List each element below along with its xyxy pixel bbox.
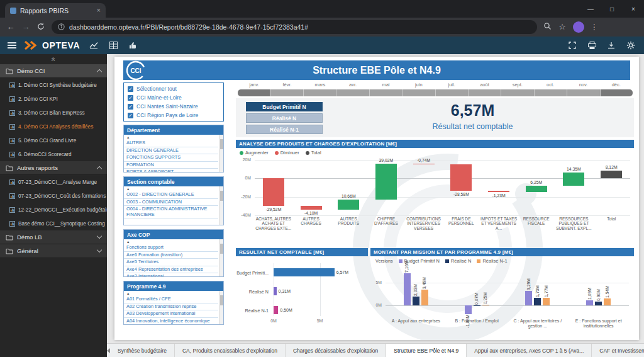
print-icon[interactable] <box>586 40 597 51</box>
slider-segment[interactable] <box>535 89 567 96</box>
waterfall-bar[interactable] <box>413 164 435 164</box>
scrollbar[interactable] <box>219 135 223 172</box>
bar[interactable] <box>604 298 611 305</box>
filter-list-item[interactable]: Axe4 Représentation des entreprises <box>124 266 218 274</box>
sort-caret-icon[interactable]: ▲ <box>124 135 223 140</box>
sidebar-report-item[interactable]: Base démo CCI__Synoptique Costing <box>0 217 107 230</box>
report-page-tab[interactable]: Charges décaissables d'exploitation <box>286 344 386 357</box>
sidebar-folder[interactable]: Démo LB <box>0 230 107 244</box>
back-icon[interactable]: ← <box>6 23 15 31</box>
report-page-tab[interactable]: CA, Produits encaissables d'exploitation <box>175 344 286 357</box>
waterfall-bar[interactable] <box>263 178 284 205</box>
bar[interactable] <box>474 305 480 306</box>
checkbox-checked-icon[interactable]: ✓ <box>128 104 133 110</box>
filter-list-item[interactable]: PORTS & AEROPORT <box>124 169 218 173</box>
scrollbar-thumb[interactable] <box>220 244 223 254</box>
profile-avatar[interactable] <box>573 21 584 33</box>
waterfall-bar[interactable] <box>563 173 584 186</box>
scrollbar[interactable] <box>219 239 223 276</box>
report-page-tab[interactable]: Structure EBE Pôle et N4.9 <box>386 344 467 357</box>
sidebar-collapse-icon[interactable]: « <box>0 54 107 64</box>
scrollbar-thumb[interactable] <box>220 139 223 149</box>
minimize-icon[interactable]: — <box>580 0 601 18</box>
timeline-slider[interactable] <box>238 89 633 96</box>
sort-caret-icon[interactable]: ▲ <box>124 239 223 244</box>
bar[interactable] <box>595 302 602 306</box>
site-info-icon[interactable] <box>58 21 65 33</box>
bar[interactable] <box>274 268 335 276</box>
sidebar-report-item[interactable]: 07-23_DémoCCI_Coût des formations <box>0 189 107 203</box>
scrollbar[interactable] <box>219 291 223 324</box>
download-icon[interactable] <box>606 40 617 51</box>
refresh-icon[interactable] <box>36 23 45 32</box>
bar[interactable] <box>534 298 541 306</box>
slider-segment[interactable] <box>270 89 303 96</box>
report-page-tab[interactable]: Synthèse budgétaire <box>110 344 175 357</box>
slider-segment[interactable] <box>238 89 270 96</box>
slider-segment[interactable] <box>601 89 633 96</box>
scrollbar[interactable] <box>219 186 223 225</box>
sidebar-report-item[interactable]: 5. Démo CCI Grand Livre <box>0 133 107 147</box>
filter-header[interactable]: Section comptable <box>124 177 223 186</box>
search-icon[interactable] <box>543 21 552 33</box>
checkbox-checked-icon[interactable]: ✓ <box>128 113 133 118</box>
settings-gear-icon[interactable] <box>625 40 636 51</box>
bar[interactable] <box>274 287 277 295</box>
url-bar[interactable]: dashboarddemo.opteva.fr/PBI/Report/bd887… <box>52 20 537 34</box>
checkbox-checked-icon[interactable]: ✓ <box>128 86 133 92</box>
waterfall-bar[interactable] <box>450 164 472 191</box>
waterfall-bar[interactable] <box>488 191 509 192</box>
filter-list-item[interactable]: Axe6 Formation (transition) <box>124 252 218 259</box>
slicer-checkbox-row[interactable]: ✓CCI Nantes Saint-Nazaire <box>124 102 223 111</box>
waterfall-bar[interactable] <box>375 164 397 200</box>
legend-item[interactable]: Réalisé N-1 <box>477 258 507 264</box>
bookmark-star-icon[interactable]: ☆ <box>558 23 567 31</box>
filter-list-item[interactable]: Axe3 International <box>124 273 218 277</box>
sidebar-report-item[interactable]: 4. Démo CCI Analyses détaillées <box>0 120 107 133</box>
legend-item[interactable]: Diminuer <box>275 150 299 156</box>
forward-icon[interactable]: → <box>21 23 30 31</box>
bar[interactable] <box>543 298 550 306</box>
filter-list-item[interactable]: O002 - DIRECTION GENERALE <box>124 191 218 199</box>
waterfall-bar[interactable] <box>338 200 359 210</box>
filter-list-item[interactable]: Axe5 Territoires <box>124 259 218 266</box>
bar[interactable] <box>421 290 428 305</box>
slider-segment[interactable] <box>370 89 402 96</box>
slider-segment[interactable] <box>436 89 469 96</box>
sidebar-folder[interactable]: Démo CCI <box>0 64 107 78</box>
filter-list-item[interactable]: O004 - DIRECTION ADMINISTRATIVE FINANCIE… <box>124 206 218 218</box>
maximize-icon[interactable]: □ <box>601 0 623 18</box>
scrollbar-thumb[interactable] <box>220 191 223 201</box>
slider-segment[interactable] <box>567 89 600 96</box>
filter-list-item[interactable]: A03 Développement international <box>124 310 218 318</box>
checkbox-checked-icon[interactable]: ✓ <box>128 95 133 101</box>
sidebar-report-item[interactable]: 2. Démo CCI KPI <box>0 92 107 106</box>
brand-name[interactable]: OPTEVA <box>42 40 80 50</box>
tab-close-icon[interactable]: × <box>97 7 101 14</box>
waterfall-bar[interactable] <box>526 186 547 191</box>
filter-list-item[interactable]: FORMATION <box>124 162 218 169</box>
filter-list-item[interactable]: A01 Formalités / CFE <box>124 296 218 303</box>
bar[interactable] <box>274 306 278 314</box>
filter-header[interactable]: Programme 4.9 <box>124 281 223 291</box>
waterfall-bar[interactable] <box>601 171 622 178</box>
report-page-tab[interactable]: CAF et Investissement <box>592 344 644 357</box>
report-page-tab[interactable]: Appui aux entreprises, Axes COP 1 à 5 (A… <box>467 344 592 357</box>
browser-tab[interactable]: Rapports PBIRS × <box>5 3 106 18</box>
filter-list-item[interactable]: A02 Création transmission reprise <box>124 303 218 311</box>
bar[interactable] <box>586 300 593 305</box>
filter-list-item[interactable]: FONCTIONS SUPPORTS <box>124 154 218 162</box>
filter-list-item[interactable]: O003 - COMMUNICATION <box>124 199 218 207</box>
close-icon[interactable]: × <box>623 0 644 18</box>
sidebar-report-item[interactable]: 12-22_DemoCCI__Exécution budgétaire <box>0 203 107 217</box>
sidebar-folder[interactable]: Général <box>0 244 107 258</box>
legend-item[interactable]: Augmenter <box>240 150 269 156</box>
scrollbar-thumb[interactable] <box>220 295 223 305</box>
slicer-checkbox-row[interactable]: ✓CCI Région Pays de Loire <box>124 111 223 120</box>
table-icon[interactable] <box>108 40 119 51</box>
sort-caret-icon[interactable]: ▲ <box>124 186 223 191</box>
sidebar-report-item[interactable]: 6. DémoCCI Scorecard <box>0 147 107 161</box>
slider-segment[interactable] <box>501 89 534 96</box>
sidebar-menu-icon[interactable] <box>8 42 16 48</box>
bar[interactable] <box>465 305 472 314</box>
